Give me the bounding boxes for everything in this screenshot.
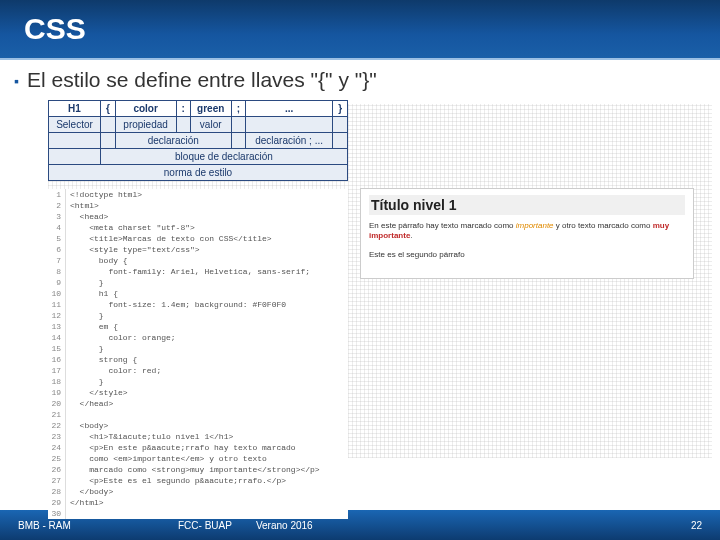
cell-selector: H1 bbox=[49, 101, 101, 117]
preview-h1: Título nivel 1 bbox=[369, 195, 685, 215]
label-property: propiedad bbox=[115, 117, 176, 133]
code-body: <!doctype html> <html> <head> <meta char… bbox=[66, 189, 320, 519]
table-row: norma de estilo bbox=[49, 165, 348, 181]
cell-brace-close: } bbox=[333, 101, 348, 117]
content-area: H1 { color : green ; ... } Selector prop… bbox=[0, 98, 720, 498]
table-row: bloque de declaración bbox=[49, 149, 348, 165]
label-rule: norma de estilo bbox=[49, 165, 348, 181]
label-value: valor bbox=[190, 117, 231, 133]
table-row: Selector propiedad valor bbox=[49, 117, 348, 133]
table-row: H1 { color : green ; ... } bbox=[49, 101, 348, 117]
preview-p2: Este es el segundo párrafo bbox=[369, 250, 685, 260]
text: En este párrafo hay texto marcado como bbox=[369, 221, 516, 230]
footer-left: BMB - RAM bbox=[18, 520, 98, 531]
css-syntax-table: H1 { color : green ; ... } Selector prop… bbox=[48, 100, 348, 181]
subtitle-row: ▪ El estilo se define entre llaves "{" y… bbox=[0, 60, 720, 98]
cell-colon: : bbox=[176, 101, 190, 117]
cell-semicolon: ; bbox=[231, 101, 245, 117]
code-panel: 1 2 3 4 5 6 7 8 9 10 11 12 13 14 15 16 1… bbox=[48, 189, 348, 519]
footer-page: 22 bbox=[691, 520, 702, 531]
cell-brace-open: { bbox=[100, 101, 115, 117]
bullet-icon: ▪ bbox=[14, 73, 19, 89]
line-gutter: 1 2 3 4 5 6 7 8 9 10 11 12 13 14 15 16 1… bbox=[48, 189, 66, 519]
text: . bbox=[410, 231, 412, 240]
cell-value: green bbox=[190, 101, 231, 117]
em-text: importante bbox=[516, 221, 554, 230]
label-declaration-rest: declaración ; ... bbox=[245, 133, 332, 149]
title-bar: CSS bbox=[0, 0, 720, 60]
render-preview: Título nivel 1 En este párrafo hay texto… bbox=[360, 188, 694, 279]
subtitle-text: El estilo se define entre llaves "{" y "… bbox=[27, 68, 377, 92]
label-block: bloque de declaración bbox=[100, 149, 347, 165]
page-title: CSS bbox=[24, 12, 86, 46]
label-selector: Selector bbox=[49, 117, 101, 133]
text: y otro texto marcado como bbox=[554, 221, 653, 230]
label-declaration: declaración bbox=[115, 133, 231, 149]
footer-right: Verano 2016 bbox=[256, 520, 313, 531]
table-row: declaración declaración ; ... bbox=[49, 133, 348, 149]
preview-p1: En este párrafo hay texto marcado como i… bbox=[369, 221, 685, 242]
footer-mid: FCC- BUAP bbox=[178, 520, 232, 531]
cell-rest: ... bbox=[245, 101, 332, 117]
cell-property: color bbox=[115, 101, 176, 117]
